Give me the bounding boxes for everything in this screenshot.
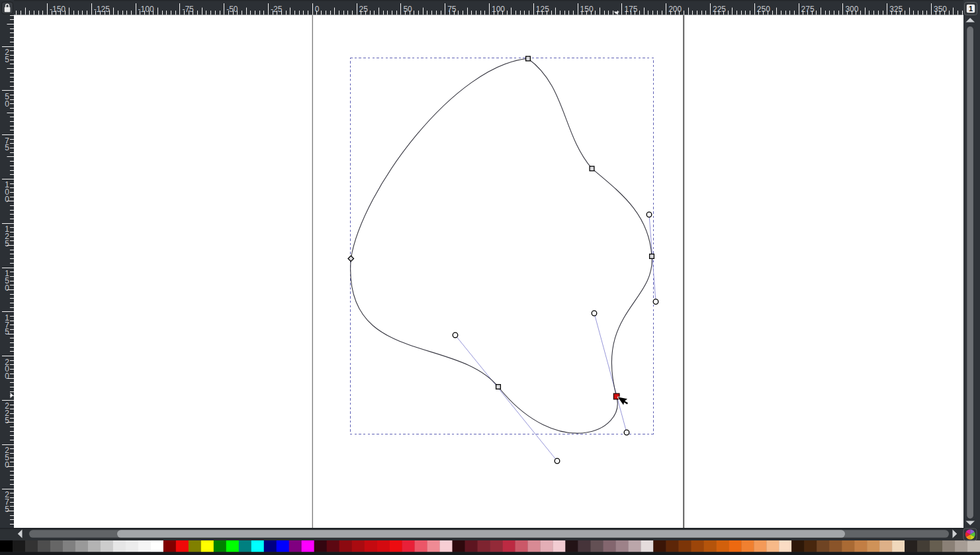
svg-text:-100: -100	[138, 5, 154, 14]
svg-text:175: 175	[624, 5, 637, 14]
svg-text:225: 225	[713, 5, 726, 14]
svg-text:50: 50	[403, 5, 412, 14]
svg-text:0: 0	[5, 283, 9, 293]
svg-text:75: 75	[447, 5, 457, 14]
svg-text:250: 250	[757, 5, 770, 14]
svg-text:0: 0	[5, 99, 9, 109]
svg-text:150: 150	[580, 5, 594, 14]
svg-text:5: 5	[5, 505, 9, 514]
svg-text:0: 0	[5, 195, 9, 204]
svg-text:0: 0	[315, 5, 320, 14]
svg-text:-150: -150	[50, 5, 66, 14]
svg-text:5: 5	[5, 143, 9, 152]
svg-text:5: 5	[5, 55, 9, 64]
svg-text:-125: -125	[94, 5, 110, 14]
svg-text:300: 300	[845, 5, 858, 14]
svg-text:100: 100	[492, 5, 505, 14]
svg-text:0: 0	[5, 460, 9, 470]
svg-text:275: 275	[801, 5, 815, 14]
svg-text:25: 25	[359, 5, 369, 14]
svg-text:-50: -50	[226, 5, 238, 14]
svg-text:125: 125	[536, 5, 549, 14]
svg-text:325: 325	[889, 5, 903, 14]
svg-text:5: 5	[5, 327, 9, 336]
svg-text:0: 0	[5, 372, 9, 381]
svg-text:1: 1	[969, 5, 973, 13]
svg-text:5: 5	[5, 239, 9, 248]
svg-text:350: 350	[934, 5, 947, 14]
svg-text:200: 200	[668, 5, 682, 14]
svg-text:-25: -25	[271, 5, 283, 14]
svg-text:-75: -75	[182, 5, 194, 14]
svg-text:5: 5	[5, 416, 9, 425]
